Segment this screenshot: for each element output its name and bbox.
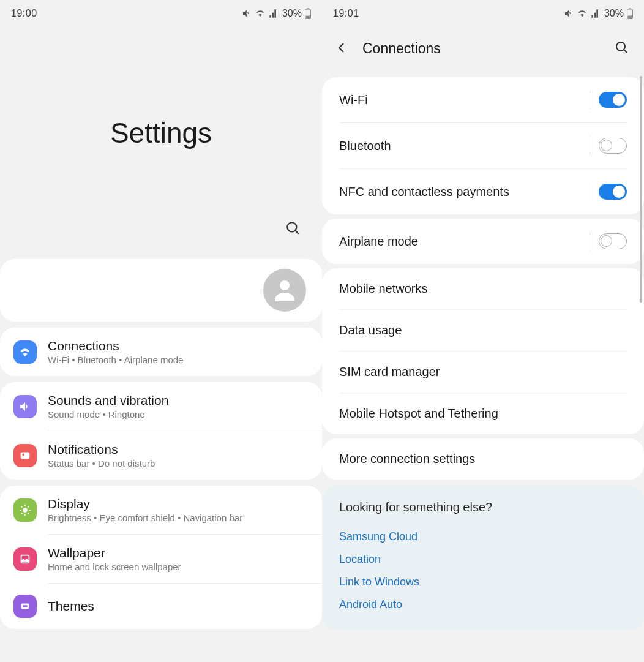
wifi-circle-icon — [13, 340, 37, 364]
svg-line-14 — [28, 513, 29, 514]
airplane-card: Airplane mode — [322, 219, 644, 264]
connections-screen: 19:01 30% Connections Wi-Fi Bluetooth — [322, 0, 644, 662]
row-label: Mobile networks — [339, 282, 627, 296]
setting-connections[interactable]: Connections Wi-Fi • Bluetooth • Airplane… — [0, 328, 322, 376]
suggest-location[interactable]: Location — [339, 548, 627, 571]
wifi-toggle[interactable] — [599, 92, 627, 108]
display-card: Display Brightness • Eye comfort shield … — [0, 486, 322, 629]
themes-icon — [13, 595, 37, 618]
setting-themes[interactable]: Themes — [0, 584, 322, 629]
toggle-separator — [590, 137, 590, 155]
search-button[interactable] — [282, 217, 305, 242]
suggestions-title: Looking for something else? — [339, 500, 627, 514]
svg-line-24 — [624, 50, 627, 53]
setting-display[interactable]: Display Brightness • Eye comfort shield … — [0, 486, 322, 534]
bluetooth-toggle[interactable] — [599, 138, 627, 154]
toggle-separator — [590, 91, 590, 109]
notification-icon — [13, 444, 37, 467]
suggest-samsung-cloud[interactable]: Samsung Cloud — [339, 525, 627, 548]
svg-rect-6 — [21, 452, 30, 459]
search-icon — [285, 220, 301, 236]
wireless-card: Wi-Fi Bluetooth NFC and contactless paym… — [322, 77, 644, 214]
setting-text: Wallpaper Home and lock screen wallpaper — [48, 546, 309, 572]
setting-title: Themes — [48, 599, 309, 614]
mute-icon — [564, 9, 574, 18]
data-usage-row[interactable]: Data usage — [322, 310, 644, 351]
nfc-toggle[interactable] — [599, 184, 627, 200]
status-time: 19:00 — [11, 8, 37, 19]
battery-icon — [627, 8, 633, 19]
nfc-row[interactable]: NFC and contactless payments — [322, 169, 644, 214]
setting-subtitle: Sound mode • Ringtone — [48, 409, 309, 419]
setting-text: Notifications Status bar • Do not distur… — [48, 442, 309, 468]
setting-title: Display — [48, 497, 309, 511]
back-button[interactable] — [329, 36, 354, 62]
svg-line-16 — [28, 506, 29, 507]
mobile-networks-row[interactable]: Mobile networks — [322, 268, 644, 309]
airplane-toggle[interactable] — [599, 233, 627, 249]
more-card: More connection settings — [322, 438, 644, 480]
svg-point-23 — [616, 42, 625, 51]
airplane-row[interactable]: Airplane mode — [322, 219, 644, 264]
nfc-label: NFC and contactless payments — [339, 185, 590, 199]
svg-line-4 — [295, 230, 298, 233]
toggle-wrap — [590, 182, 627, 201]
setting-text: Sounds and vibration Sound mode • Ringto… — [48, 393, 309, 419]
row-label: Data usage — [339, 323, 627, 337]
svg-rect-1 — [307, 9, 309, 10]
toggle-wrap — [590, 137, 627, 155]
row-label: Mobile Hotspot and Tethering — [339, 407, 627, 421]
setting-subtitle: Home and lock screen wallpaper — [48, 562, 309, 572]
status-time: 19:01 — [333, 8, 359, 19]
suggest-android-auto[interactable]: Android Auto — [339, 593, 627, 616]
speaker-icon — [13, 395, 37, 418]
page-title: Settings — [0, 116, 322, 149]
bluetooth-row[interactable]: Bluetooth — [322, 123, 644, 168]
row-label: More connection settings — [339, 452, 627, 466]
status-indicators: 30% — [242, 8, 311, 19]
bluetooth-label: Bluetooth — [339, 139, 590, 153]
suggestions-card: Looking for something else? Samsung Clou… — [322, 486, 644, 631]
status-bar: 19:00 30% — [0, 0, 322, 24]
setting-title: Connections — [48, 339, 309, 353]
wifi-row[interactable]: Wi-Fi — [322, 77, 644, 122]
airplane-label: Airplane mode — [339, 235, 590, 249]
wifi-icon — [255, 9, 266, 18]
setting-subtitle: Status bar • Do not disturb — [48, 458, 309, 468]
svg-rect-22 — [628, 16, 632, 18]
battery-percent: 30% — [282, 8, 302, 19]
hotspot-row[interactable]: Mobile Hotspot and Tethering — [322, 393, 644, 434]
search-icon — [615, 40, 629, 55]
svg-line-13 — [21, 506, 23, 507]
settings-screen: 19:00 30% Settings Connections Wi-Fi • — [0, 0, 322, 662]
setting-title: Sounds and vibration — [48, 393, 309, 408]
search-button[interactable] — [611, 37, 633, 61]
scrollbar[interactable] — [640, 76, 642, 303]
sim-manager-row[interactable]: SIM card manager — [322, 352, 644, 393]
setting-title: Notifications — [48, 442, 309, 457]
connections-header: Connections — [322, 24, 644, 73]
svg-point-7 — [22, 453, 24, 456]
setting-notifications[interactable]: Notifications Status bar • Do not distur… — [0, 431, 322, 480]
settings-hero: Settings — [0, 24, 322, 217]
svg-point-3 — [287, 222, 296, 231]
more-settings-row[interactable]: More connection settings — [322, 438, 644, 480]
suggest-link-windows[interactable]: Link to Windows — [339, 571, 627, 593]
search-row — [0, 217, 322, 253]
mobile-card: Mobile networks Data usage SIM card mana… — [322, 268, 644, 434]
signal-icon — [591, 9, 601, 18]
svg-rect-2 — [306, 16, 310, 18]
svg-rect-19 — [23, 605, 27, 607]
setting-wallpaper[interactable]: Wallpaper Home and lock screen wallpaper — [0, 535, 322, 583]
connections-card: Connections Wi-Fi • Bluetooth • Airplane… — [0, 328, 322, 376]
setting-text: Connections Wi-Fi • Bluetooth • Airplane… — [48, 339, 309, 365]
setting-sounds[interactable]: Sounds and vibration Sound mode • Ringto… — [0, 382, 322, 431]
profile-card[interactable] — [0, 259, 322, 322]
toggle-separator — [590, 232, 590, 250]
signal-icon — [269, 9, 279, 18]
setting-text: Display Brightness • Eye comfort shield … — [48, 497, 309, 523]
page-title: Connections — [362, 40, 602, 57]
battery-percent: 30% — [604, 8, 624, 19]
brightness-icon — [13, 498, 37, 522]
sounds-notifications-card: Sounds and vibration Sound mode • Ringto… — [0, 382, 322, 480]
